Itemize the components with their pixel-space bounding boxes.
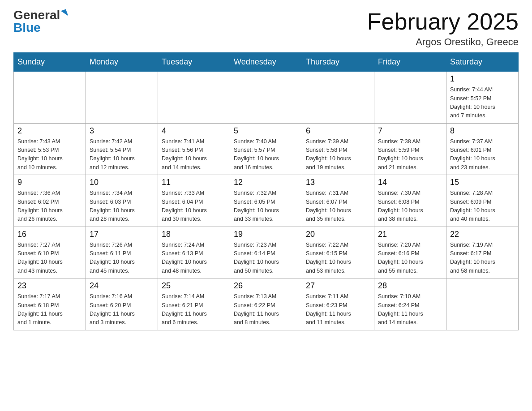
calendar-cell: 2Sunrise: 7:43 AM Sunset: 5:53 PM Daylig… bbox=[14, 123, 86, 175]
day-number: 26 bbox=[234, 281, 298, 291]
calendar-cell: 24Sunrise: 7:16 AM Sunset: 6:20 PM Dayli… bbox=[86, 278, 158, 330]
calendar-cell: 3Sunrise: 7:42 AM Sunset: 5:54 PM Daylig… bbox=[86, 123, 158, 175]
day-number: 23 bbox=[17, 281, 82, 291]
calendar-cell: 13Sunrise: 7:31 AM Sunset: 6:07 PM Dayli… bbox=[302, 175, 374, 227]
weekday-header-wednesday: Wednesday bbox=[230, 53, 302, 72]
week-row-3: 9Sunrise: 7:36 AM Sunset: 6:02 PM Daylig… bbox=[14, 175, 519, 227]
calendar-cell: 11Sunrise: 7:33 AM Sunset: 6:04 PM Dayli… bbox=[158, 175, 230, 227]
day-info: Sunrise: 7:27 AM Sunset: 6:10 PM Dayligh… bbox=[17, 241, 82, 276]
day-info: Sunrise: 7:16 AM Sunset: 6:20 PM Dayligh… bbox=[90, 292, 154, 327]
logo-arrow-icon bbox=[61, 9, 69, 17]
logo: General Blue bbox=[13, 9, 67, 34]
logo-blue-text: Blue bbox=[13, 21, 41, 34]
day-info: Sunrise: 7:14 AM Sunset: 6:21 PM Dayligh… bbox=[162, 292, 226, 327]
page-header: General Blue February 2025 Argos Orestik… bbox=[13, 9, 519, 48]
calendar-cell: 22Sunrise: 7:19 AM Sunset: 6:17 PM Dayli… bbox=[446, 227, 519, 278]
day-number: 1 bbox=[450, 74, 515, 84]
calendar-cell: 14Sunrise: 7:30 AM Sunset: 6:08 PM Dayli… bbox=[374, 175, 446, 227]
day-info: Sunrise: 7:33 AM Sunset: 6:04 PM Dayligh… bbox=[162, 189, 226, 224]
weekday-header-thursday: Thursday bbox=[302, 53, 374, 72]
day-info: Sunrise: 7:41 AM Sunset: 5:56 PM Dayligh… bbox=[162, 137, 226, 172]
day-info: Sunrise: 7:39 AM Sunset: 5:58 PM Dayligh… bbox=[306, 137, 370, 172]
calendar-cell: 19Sunrise: 7:23 AM Sunset: 6:14 PM Dayli… bbox=[230, 227, 302, 278]
calendar-cell: 16Sunrise: 7:27 AM Sunset: 6:10 PM Dayli… bbox=[14, 227, 86, 278]
day-number: 7 bbox=[378, 126, 442, 136]
day-info: Sunrise: 7:31 AM Sunset: 6:07 PM Dayligh… bbox=[306, 189, 370, 224]
day-info: Sunrise: 7:19 AM Sunset: 6:17 PM Dayligh… bbox=[450, 241, 515, 276]
calendar-cell: 10Sunrise: 7:34 AM Sunset: 6:03 PM Dayli… bbox=[86, 175, 158, 227]
week-row-2: 2Sunrise: 7:43 AM Sunset: 5:53 PM Daylig… bbox=[14, 123, 519, 175]
title-block: February 2025 Argos Orestiko, Greece bbox=[367, 9, 519, 48]
day-number: 4 bbox=[162, 126, 226, 136]
calendar-cell: 12Sunrise: 7:32 AM Sunset: 6:05 PM Dayli… bbox=[230, 175, 302, 227]
day-info: Sunrise: 7:11 AM Sunset: 6:23 PM Dayligh… bbox=[306, 292, 370, 327]
calendar-cell: 28Sunrise: 7:10 AM Sunset: 6:24 PM Dayli… bbox=[374, 278, 446, 330]
calendar-cell bbox=[14, 72, 86, 124]
calendar-cell: 7Sunrise: 7:38 AM Sunset: 5:59 PM Daylig… bbox=[374, 123, 446, 175]
day-number: 8 bbox=[450, 126, 515, 136]
week-row-4: 16Sunrise: 7:27 AM Sunset: 6:10 PM Dayli… bbox=[14, 227, 519, 278]
day-number: 12 bbox=[234, 178, 298, 187]
day-number: 24 bbox=[90, 281, 154, 291]
day-number: 9 bbox=[17, 178, 82, 187]
day-info: Sunrise: 7:13 AM Sunset: 6:22 PM Dayligh… bbox=[234, 292, 298, 327]
day-info: Sunrise: 7:43 AM Sunset: 5:53 PM Dayligh… bbox=[17, 137, 82, 172]
day-number: 17 bbox=[90, 230, 154, 239]
calendar-cell bbox=[374, 72, 446, 124]
calendar-cell: 23Sunrise: 7:17 AM Sunset: 6:18 PM Dayli… bbox=[14, 278, 86, 330]
day-info: Sunrise: 7:23 AM Sunset: 6:14 PM Dayligh… bbox=[234, 241, 298, 276]
day-info: Sunrise: 7:36 AM Sunset: 6:02 PM Dayligh… bbox=[17, 189, 82, 224]
weekday-header-row: SundayMondayTuesdayWednesdayThursdayFrid… bbox=[14, 53, 519, 72]
calendar-cell bbox=[230, 72, 302, 124]
calendar-cell: 18Sunrise: 7:24 AM Sunset: 6:13 PM Dayli… bbox=[158, 227, 230, 278]
calendar-cell: 27Sunrise: 7:11 AM Sunset: 6:23 PM Dayli… bbox=[302, 278, 374, 330]
day-info: Sunrise: 7:10 AM Sunset: 6:24 PM Dayligh… bbox=[378, 292, 442, 327]
calendar-cell bbox=[86, 72, 158, 124]
day-info: Sunrise: 7:44 AM Sunset: 5:52 PM Dayligh… bbox=[450, 86, 515, 120]
weekday-header-friday: Friday bbox=[374, 53, 446, 72]
calendar-cell bbox=[158, 72, 230, 124]
calendar-cell: 1Sunrise: 7:44 AM Sunset: 5:52 PM Daylig… bbox=[446, 72, 519, 124]
day-info: Sunrise: 7:26 AM Sunset: 6:11 PM Dayligh… bbox=[90, 241, 154, 276]
day-info: Sunrise: 7:28 AM Sunset: 6:09 PM Dayligh… bbox=[450, 189, 515, 224]
day-number: 3 bbox=[90, 126, 154, 136]
day-info: Sunrise: 7:34 AM Sunset: 6:03 PM Dayligh… bbox=[90, 189, 154, 224]
day-number: 14 bbox=[378, 178, 442, 187]
day-number: 22 bbox=[450, 230, 515, 239]
day-number: 2 bbox=[17, 126, 82, 136]
calendar-cell: 5Sunrise: 7:40 AM Sunset: 5:57 PM Daylig… bbox=[230, 123, 302, 175]
logo-general-text: General bbox=[13, 9, 60, 21]
day-number: 27 bbox=[306, 281, 370, 291]
weekday-header-sunday: Sunday bbox=[14, 53, 86, 72]
day-number: 6 bbox=[306, 126, 370, 136]
day-info: Sunrise: 7:40 AM Sunset: 5:57 PM Dayligh… bbox=[234, 137, 298, 172]
day-number: 15 bbox=[450, 178, 515, 187]
day-info: Sunrise: 7:22 AM Sunset: 6:15 PM Dayligh… bbox=[306, 241, 370, 276]
calendar-cell: 17Sunrise: 7:26 AM Sunset: 6:11 PM Dayli… bbox=[86, 227, 158, 278]
weekday-header-monday: Monday bbox=[86, 53, 158, 72]
location: Argos Orestiko, Greece bbox=[367, 36, 519, 48]
day-number: 21 bbox=[378, 230, 442, 239]
day-number: 13 bbox=[306, 178, 370, 187]
calendar-cell bbox=[446, 278, 519, 330]
calendar-cell: 21Sunrise: 7:20 AM Sunset: 6:16 PM Dayli… bbox=[374, 227, 446, 278]
day-number: 28 bbox=[378, 281, 442, 291]
calendar-cell: 26Sunrise: 7:13 AM Sunset: 6:22 PM Dayli… bbox=[230, 278, 302, 330]
week-row-5: 23Sunrise: 7:17 AM Sunset: 6:18 PM Dayli… bbox=[14, 278, 519, 330]
calendar-cell bbox=[302, 72, 374, 124]
weekday-header-saturday: Saturday bbox=[446, 53, 519, 72]
calendar-cell: 6Sunrise: 7:39 AM Sunset: 5:58 PM Daylig… bbox=[302, 123, 374, 175]
calendar-cell: 4Sunrise: 7:41 AM Sunset: 5:56 PM Daylig… bbox=[158, 123, 230, 175]
day-number: 20 bbox=[306, 230, 370, 239]
day-info: Sunrise: 7:37 AM Sunset: 6:01 PM Dayligh… bbox=[450, 137, 515, 172]
month-title: February 2025 bbox=[367, 9, 519, 34]
day-number: 10 bbox=[90, 178, 154, 187]
day-number: 5 bbox=[234, 126, 298, 136]
day-info: Sunrise: 7:17 AM Sunset: 6:18 PM Dayligh… bbox=[17, 292, 82, 327]
calendar-cell: 8Sunrise: 7:37 AM Sunset: 6:01 PM Daylig… bbox=[446, 123, 519, 175]
calendar-cell: 9Sunrise: 7:36 AM Sunset: 6:02 PM Daylig… bbox=[14, 175, 86, 227]
day-number: 18 bbox=[162, 230, 226, 239]
day-number: 19 bbox=[234, 230, 298, 239]
weekday-header-tuesday: Tuesday bbox=[158, 53, 230, 72]
day-number: 25 bbox=[162, 281, 226, 291]
